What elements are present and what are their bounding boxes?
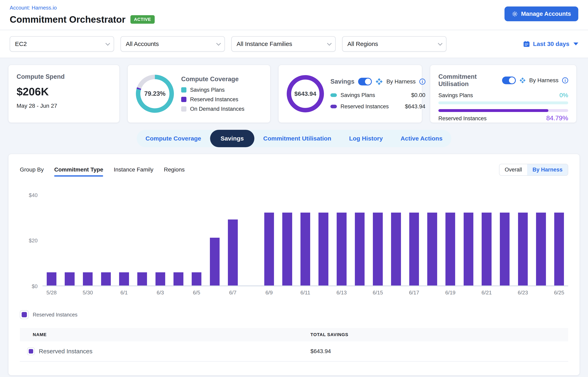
chart-bar[interactable] — [83, 272, 93, 285]
caret-down-icon — [573, 43, 578, 45]
kpi-cards-row: Compute Spend $206K May 28 - Jun 27 79.2… — [0, 58, 588, 123]
tab-active-actions[interactable]: Active Actions — [392, 130, 451, 147]
chart-bar[interactable] — [264, 212, 274, 285]
date-range-picker[interactable]: Last 30 days — [523, 40, 578, 47]
manage-accounts-button[interactable]: Manage Accounts — [504, 6, 578, 21]
tab-commitment-utilisation[interactable]: Commitment Utilisation — [254, 130, 340, 147]
chart-bar-slot — [242, 195, 260, 285]
legend-item-reserved-instances: Reserved Instances — [181, 96, 244, 103]
chevron-down-icon — [106, 41, 110, 46]
status-badge: ACTIVE — [130, 15, 155, 24]
x-tick-label: 6/23 — [514, 290, 532, 296]
legend-item-savings-plans: Savings Plans — [181, 87, 244, 93]
harness-logo-icon — [520, 77, 526, 84]
chart-bar[interactable] — [391, 212, 401, 285]
legend-checkbox[interactable] — [20, 310, 29, 319]
x-tick-label — [423, 290, 441, 296]
by-harness-label: By Harness — [386, 78, 416, 85]
legend-item-on-demand: On Demand Instances — [181, 106, 244, 112]
service-select[interactable]: EC2 — [10, 36, 114, 52]
reserved-instances-progress-bar — [438, 109, 568, 112]
chart-bar[interactable] — [47, 272, 56, 285]
savings-table: NAME TOTAL SAVINGS Reserved Instances $6… — [20, 328, 568, 362]
chart-bar[interactable] — [319, 212, 328, 285]
y-tick-20: $20 — [20, 237, 38, 244]
compute-spend-period: May 28 - Jun 27 — [17, 103, 111, 109]
chart-x-axis: 5/285/306/16/36/56/76/96/116/136/156/176… — [43, 290, 568, 296]
page-header: Account: Harness.io Commitment Orchestra… — [0, 0, 588, 30]
legend-swatch — [181, 106, 187, 112]
coverage-percentage: 79.23% — [136, 75, 174, 113]
savings-row-reserved-instances: Reserved Instances$643.94 — [330, 103, 425, 110]
account-breadcrumb-link[interactable]: Account: Harness.io — [10, 5, 57, 11]
chart-bar[interactable] — [445, 212, 455, 285]
chart-bar[interactable] — [155, 272, 165, 285]
chart-bar[interactable] — [65, 272, 74, 285]
chart-bar[interactable] — [536, 212, 546, 285]
x-tick-label: 6/17 — [405, 290, 423, 296]
commitment-utilisation-title: Commitment Utilisation — [438, 73, 499, 88]
chart-bar[interactable] — [482, 212, 491, 285]
chart-bar[interactable] — [300, 212, 310, 285]
compute-spend-value: $206K — [17, 85, 111, 98]
x-tick-label: 6/7 — [224, 290, 242, 296]
chart-bar[interactable] — [210, 238, 220, 285]
table-header: NAME TOTAL SAVINGS — [20, 328, 568, 341]
by-harness-toggle[interactable] — [358, 78, 372, 85]
chart-bar-slot — [459, 195, 477, 285]
accounts-select-value: All Accounts — [126, 40, 159, 47]
x-tick-label: 6/9 — [260, 290, 278, 296]
coverage-donut-chart: 79.23% — [136, 75, 174, 113]
regions-select[interactable]: All Regions — [342, 36, 446, 52]
chart-bar[interactable] — [119, 272, 129, 285]
savings-bar-chart: $0 $20 $40 5/285/306/16/36/56/76/96/116/… — [20, 195, 568, 301]
regions-select-value: All Regions — [347, 40, 378, 47]
group-by-regions[interactable]: Regions — [164, 166, 185, 177]
group-by-commitment-type[interactable]: Commitment Type — [54, 166, 103, 177]
chart-bar[interactable] — [464, 212, 473, 285]
tab-compute-coverage[interactable]: Compute Coverage — [137, 130, 210, 147]
accounts-select[interactable]: All Accounts — [121, 36, 225, 52]
date-range-value: Last 30 days — [533, 40, 569, 47]
x-tick-label — [351, 290, 369, 296]
chart-bar[interactable] — [282, 212, 292, 285]
segment-by-harness[interactable]: By Harness — [527, 164, 568, 175]
chevron-down-icon — [216, 41, 221, 46]
chart-bar-slot — [496, 195, 514, 285]
chart-bar[interactable] — [554, 212, 564, 285]
compute-coverage-card: 79.23% Compute Coverage Savings Plans Re… — [127, 65, 271, 123]
chart-bar[interactable] — [137, 272, 147, 285]
chart-bar[interactable] — [427, 212, 437, 285]
segment-overall[interactable]: Overall — [499, 164, 527, 175]
x-tick-label: 6/15 — [369, 290, 387, 296]
compute-coverage-title: Compute Coverage — [181, 75, 244, 83]
chart-bar[interactable] — [228, 220, 238, 285]
chart-bar[interactable] — [355, 212, 365, 285]
table-row[interactable]: Reserved Instances $643.94 — [20, 341, 568, 362]
group-by-instance-family[interactable]: Instance Family — [114, 166, 153, 177]
info-icon[interactable]: i — [562, 77, 568, 83]
chart-legend: Reserved Instances — [20, 310, 568, 319]
tab-log-history[interactable]: Log History — [340, 130, 392, 147]
chart-bar[interactable] — [174, 272, 183, 285]
chart-bar[interactable] — [337, 212, 346, 285]
chart-bar[interactable] — [518, 212, 528, 285]
x-tick-label: 6/11 — [296, 290, 314, 296]
chart-bar-slot — [43, 195, 61, 285]
chart-bar-slot — [169, 195, 188, 285]
legend-pill — [330, 105, 337, 108]
col-total-savings: TOTAL SAVINGS — [310, 332, 568, 337]
chart-bar[interactable] — [500, 212, 510, 285]
chart-bar[interactable] — [409, 212, 419, 285]
chart-bar-slot — [188, 195, 206, 285]
chart-bar[interactable] — [373, 212, 383, 285]
tab-savings[interactable]: Savings — [210, 130, 254, 147]
instance-families-select[interactable]: All Instance Families — [231, 36, 336, 52]
chart-bar[interactable] — [101, 272, 111, 285]
page-title: Commitment Orchestrator — [10, 14, 126, 25]
info-icon[interactable]: i — [419, 79, 425, 85]
chart-bar[interactable] — [192, 272, 201, 285]
by-harness-toggle[interactable] — [502, 77, 516, 84]
chart-bar-slot — [369, 195, 387, 285]
x-tick-label: 6/21 — [477, 290, 496, 296]
